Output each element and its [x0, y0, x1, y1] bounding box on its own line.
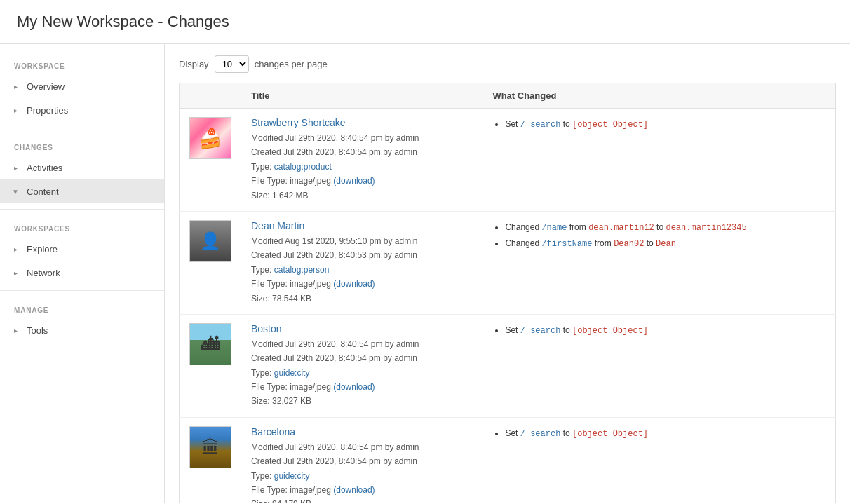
download-link[interactable]: (download) — [333, 382, 375, 392]
change-item: Set /_search to [object Object] — [505, 323, 825, 339]
sidebar-item-tools[interactable]: ▸ Tools — [0, 318, 164, 342]
col-title: Title — [241, 83, 483, 109]
title-cell: Barcelona Modified Jul 29th 2020, 8:40:5… — [241, 417, 483, 503]
sidebar-item-explore[interactable]: ▸ Explore — [0, 237, 164, 261]
chevron-right-icon: ▸ — [10, 162, 21, 173]
chevron-right-icon: ▸ — [10, 104, 21, 116]
sidebar-divider — [0, 290, 164, 291]
size-value: 32.027 KB — [272, 396, 311, 406]
type-value-link[interactable]: guide:city — [274, 368, 310, 378]
page-title: My New Workspace - Changes — [0, 0, 850, 44]
changes-cell: Set /_search to [object Object] — [483, 417, 835, 503]
table-row: Barcelona Modified Jul 29th 2020, 8:40:5… — [180, 417, 836, 503]
chevron-right-icon: ▼ — [10, 186, 21, 197]
filetype-label: File Type: — [251, 485, 288, 495]
sidebar: WORKSPACE ▸ Overview ▸ Properties CHANGE… — [0, 44, 165, 503]
chevron-right-icon: ▸ — [10, 325, 21, 336]
change-item: Set /_search to [object Object] — [505, 426, 825, 442]
item-title-link[interactable]: Boston — [251, 323, 473, 334]
size-value: 94.179 KB — [272, 499, 311, 503]
workspaces-section-label: WORKSPACES — [0, 215, 164, 237]
download-link[interactable]: (download) — [333, 279, 375, 289]
col-thumbnail — [180, 83, 242, 109]
title-cell: Strawberry Shortcake Modified Jul 29th 2… — [241, 109, 483, 212]
sidebar-divider — [0, 209, 164, 210]
filetype-value: image/jpeg — [290, 382, 331, 392]
item-title-link[interactable]: Strawberry Shortcake — [251, 117, 473, 128]
title-cell: Dean Martin Modified Aug 1st 2020, 9:55:… — [241, 211, 483, 314]
size-label: Size: — [251, 396, 270, 406]
thumbnail-cell — [180, 314, 242, 417]
sidebar-item-label: Tools — [27, 325, 48, 336]
size-label: Size: — [251, 191, 270, 200]
change-item: Changed /name from dean.martin12 to dean… — [505, 220, 825, 236]
modified-text: Modified Jul 29th 2020, 8:40:54 pm by ad… — [251, 133, 419, 143]
display-controls: Display 5 10 25 50 changes per page — [179, 55, 836, 73]
chevron-right-icon: ▸ — [10, 81, 21, 92]
changes-table: Title What Changed Strawberry Shortcake … — [179, 83, 836, 503]
per-page-select[interactable]: 5 10 25 50 — [215, 55, 249, 73]
created-text: Created Jul 29th 2020, 8:40:54 pm by adm… — [251, 147, 417, 157]
created-text: Created Jul 29th 2020, 8:40:54 pm by adm… — [251, 353, 417, 363]
modified-text: Modified Aug 1st 2020, 9:55:10 pm by adm… — [251, 236, 418, 246]
thumbnail-image — [189, 426, 231, 468]
type-value-link[interactable]: catalog:product — [274, 162, 332, 172]
changes-cell: Set /_search to [object Object] — [483, 109, 835, 212]
change-item: Changed /firstName from Dean02 to Dean — [505, 236, 825, 252]
changes-list: Set /_search to [object Object] — [492, 426, 825, 442]
changes-list: Set /_search to [object Object] — [492, 117, 825, 133]
item-meta: Modified Jul 29th 2020, 8:40:54 pm by ad… — [251, 131, 473, 203]
size-label: Size: — [251, 499, 270, 503]
type-value-link[interactable]: catalog:person — [274, 265, 330, 275]
sidebar-item-label: Explore — [27, 244, 58, 254]
changes-list: Changed /name from dean.martin12 to dean… — [492, 220, 825, 252]
manage-section-label: MANAGE — [0, 297, 164, 318]
changes-cell: Set /_search to [object Object] — [483, 314, 835, 417]
display-label: Display — [179, 59, 209, 69]
size-value: 1.642 MB — [272, 191, 308, 200]
col-what-changed: What Changed — [483, 83, 835, 109]
type-label: Type: — [251, 162, 271, 172]
title-cell: Boston Modified Jul 29th 2020, 8:40:54 p… — [241, 314, 483, 417]
thumbnail-cell — [180, 109, 242, 212]
size-label: Size: — [251, 294, 270, 304]
download-link[interactable]: (download) — [333, 485, 375, 495]
sidebar-item-content[interactable]: ▼ Content — [0, 179, 164, 203]
table-row: Dean Martin Modified Aug 1st 2020, 9:55:… — [180, 211, 836, 314]
sidebar-item-properties[interactable]: ▸ Properties — [0, 98, 164, 122]
table-row: Boston Modified Jul 29th 2020, 8:40:54 p… — [180, 314, 836, 417]
sidebar-item-network[interactable]: ▸ Network — [0, 261, 164, 285]
change-item: Set /_search to [object Object] — [505, 117, 825, 133]
sidebar-item-label: Network — [27, 268, 60, 278]
filetype-label: File Type: — [251, 279, 288, 289]
filetype-value: image/jpeg — [290, 279, 331, 289]
created-text: Created Jul 29th 2020, 8:40:54 pm by adm… — [251, 456, 417, 466]
type-value-link[interactable]: guide:city — [274, 471, 310, 481]
thumbnail-image — [189, 117, 231, 159]
sidebar-divider — [0, 128, 164, 128]
changes-cell: Changed /name from dean.martin12 to dean… — [483, 211, 835, 314]
display-suffix: changes per page — [255, 59, 328, 69]
created-text: Created Jul 29th 2020, 8:40:53 pm by adm… — [251, 250, 417, 260]
sidebar-item-label: Content — [27, 186, 59, 197]
filetype-value: image/jpeg — [290, 176, 331, 186]
item-title-link[interactable]: Barcelona — [251, 426, 473, 437]
chevron-right-icon: ▸ — [10, 243, 21, 254]
thumbnail-image — [189, 220, 231, 262]
item-meta: Modified Jul 29th 2020, 8:40:54 pm by ad… — [251, 337, 473, 409]
item-title-link[interactable]: Dean Martin — [251, 220, 473, 231]
type-label: Type: — [251, 471, 271, 481]
sidebar-item-label: Properties — [27, 105, 68, 116]
modified-text: Modified Jul 29th 2020, 8:40:54 pm by ad… — [251, 339, 419, 349]
type-label: Type: — [251, 368, 271, 378]
download-link[interactable]: (download) — [333, 176, 375, 186]
item-meta: Modified Jul 29th 2020, 8:40:54 pm by ad… — [251, 440, 473, 503]
sidebar-item-overview[interactable]: ▸ Overview — [0, 74, 164, 98]
thumbnail-image — [189, 323, 231, 365]
main-content: Display 5 10 25 50 changes per page Titl… — [165, 44, 850, 503]
filetype-value: image/jpeg — [290, 485, 331, 495]
filetype-label: File Type: — [251, 176, 288, 186]
sidebar-item-activities[interactable]: ▸ Activities — [0, 156, 164, 179]
table-header-row: Title What Changed — [180, 83, 836, 109]
changes-list: Set /_search to [object Object] — [492, 323, 825, 339]
